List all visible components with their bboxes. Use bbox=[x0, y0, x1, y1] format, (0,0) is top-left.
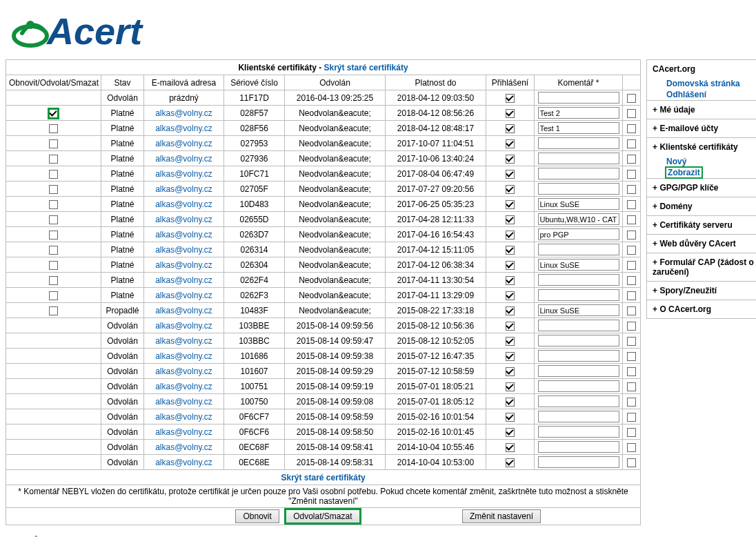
login-checkbox[interactable] bbox=[506, 139, 515, 148]
extra-checkbox[interactable] bbox=[627, 291, 636, 300]
email-link[interactable]: alkas@volny.cz bbox=[155, 124, 212, 133]
extra-checkbox[interactable] bbox=[627, 170, 636, 179]
comment-input[interactable] bbox=[538, 228, 619, 240]
email-link[interactable]: alkas@volny.cz bbox=[155, 199, 212, 209]
login-checkbox[interactable] bbox=[506, 200, 515, 209]
revoke-button[interactable]: Odvolat/Smazat bbox=[286, 509, 359, 523]
sidebar-title[interactable]: + Klientské certifikáty bbox=[647, 138, 756, 156]
login-checkbox[interactable] bbox=[506, 276, 515, 285]
comment-input[interactable] bbox=[538, 456, 619, 468]
extra-checkbox[interactable] bbox=[627, 443, 636, 452]
login-checkbox[interactable] bbox=[506, 109, 515, 118]
email-link[interactable]: alkas@volny.cz bbox=[155, 108, 212, 118]
login-checkbox[interactable] bbox=[506, 398, 515, 407]
email-link[interactable]: alkas@volny.cz bbox=[155, 154, 212, 164]
select-checkbox[interactable] bbox=[49, 215, 58, 224]
comment-input[interactable] bbox=[538, 274, 619, 286]
login-checkbox[interactable] bbox=[506, 94, 515, 103]
sidebar-title[interactable]: + Mé údaje bbox=[647, 101, 756, 119]
select-checkbox[interactable] bbox=[49, 231, 58, 240]
extra-checkbox[interactable] bbox=[627, 398, 636, 407]
login-checkbox[interactable] bbox=[506, 155, 515, 164]
login-checkbox[interactable] bbox=[506, 367, 515, 376]
extra-checkbox[interactable] bbox=[627, 306, 636, 315]
email-link[interactable]: alkas@volny.cz bbox=[155, 230, 212, 240]
extra-checkbox[interactable] bbox=[627, 215, 636, 224]
login-checkbox[interactable] bbox=[506, 215, 515, 224]
sidebar-title[interactable]: CAcert.org bbox=[647, 60, 756, 78]
sidebar-link[interactable]: Odhlášení bbox=[647, 89, 756, 100]
select-checkbox[interactable] bbox=[49, 276, 58, 285]
extra-checkbox[interactable] bbox=[627, 185, 636, 194]
login-checkbox[interactable] bbox=[506, 185, 515, 194]
comment-input[interactable] bbox=[538, 213, 619, 225]
comment-input[interactable] bbox=[538, 153, 619, 164]
select-checkbox[interactable] bbox=[49, 124, 58, 133]
sidebar-title[interactable]: + GPG/PGP klíče bbox=[647, 179, 756, 197]
sidebar-link[interactable]: Domovská stránka bbox=[647, 78, 756, 89]
email-link[interactable]: alkas@volny.cz bbox=[155, 442, 212, 452]
email-link[interactable]: alkas@volny.cz bbox=[155, 427, 212, 437]
sidebar-link[interactable]: Zobrazit bbox=[647, 167, 756, 178]
comment-input[interactable] bbox=[538, 320, 619, 331]
login-checkbox[interactable] bbox=[506, 352, 515, 361]
email-link[interactable]: alkas@volny.cz bbox=[155, 275, 212, 285]
comment-input[interactable] bbox=[538, 259, 619, 271]
extra-checkbox[interactable] bbox=[627, 322, 636, 331]
email-link[interactable]: alkas@volny.cz bbox=[155, 382, 212, 391]
login-checkbox[interactable] bbox=[506, 337, 515, 346]
sidebar-title[interactable]: + O CAcert.org bbox=[647, 300, 756, 318]
email-link[interactable]: alkas@volny.cz bbox=[155, 215, 212, 224]
email-link[interactable]: alkas@volny.cz bbox=[155, 367, 212, 376]
extra-checkbox[interactable] bbox=[627, 200, 636, 209]
login-checkbox[interactable] bbox=[506, 246, 515, 255]
sidebar-title[interactable]: + Spory/Zneužití bbox=[647, 282, 756, 300]
email-link[interactable]: alkas@volny.cz bbox=[155, 336, 212, 346]
email-link[interactable]: alkas@volny.cz bbox=[155, 321, 212, 331]
extra-checkbox[interactable] bbox=[627, 124, 636, 133]
extra-checkbox[interactable] bbox=[627, 246, 636, 255]
comment-input[interactable] bbox=[538, 396, 619, 407]
comment-input[interactable] bbox=[538, 365, 619, 377]
comment-input[interactable] bbox=[538, 441, 619, 453]
extra-checkbox[interactable] bbox=[627, 428, 636, 437]
comment-input[interactable] bbox=[538, 122, 619, 134]
comment-input[interactable] bbox=[538, 244, 619, 255]
renew-button[interactable]: Obnovit bbox=[235, 509, 279, 523]
comment-input[interactable] bbox=[538, 168, 619, 179]
email-link[interactable]: alkas@volny.cz bbox=[155, 458, 212, 467]
email-link[interactable]: alkas@volny.cz bbox=[155, 412, 212, 422]
login-checkbox[interactable] bbox=[506, 428, 515, 437]
extra-checkbox[interactable] bbox=[627, 382, 636, 391]
email-link[interactable]: alkas@volny.cz bbox=[155, 245, 212, 255]
comment-input[interactable] bbox=[538, 107, 619, 119]
extra-checkbox[interactable] bbox=[627, 109, 636, 118]
extra-checkbox[interactable] bbox=[627, 458, 636, 467]
comment-input[interactable] bbox=[538, 289, 619, 301]
sidebar-title[interactable]: + Domény bbox=[647, 197, 756, 215]
login-checkbox[interactable] bbox=[506, 413, 515, 422]
change-settings-button[interactable]: Změnit nastavení bbox=[462, 509, 541, 523]
select-checkbox[interactable] bbox=[49, 185, 58, 194]
comment-input[interactable] bbox=[538, 411, 619, 422]
sidebar-title[interactable]: + Web důvěry CAcert bbox=[647, 235, 756, 253]
extra-checkbox[interactable] bbox=[627, 413, 636, 422]
login-checkbox[interactable] bbox=[506, 306, 515, 315]
sidebar-title[interactable]: + Formulář CAP (žádost o zaručení) bbox=[647, 253, 756, 281]
extra-checkbox[interactable] bbox=[627, 337, 636, 346]
email-link[interactable]: alkas@volny.cz bbox=[155, 291, 212, 300]
login-checkbox[interactable] bbox=[506, 291, 515, 300]
hide-old-link-bottom[interactable]: Skrýt staré certifikáty bbox=[281, 473, 365, 482]
login-checkbox[interactable] bbox=[506, 124, 515, 133]
extra-checkbox[interactable] bbox=[627, 155, 636, 164]
select-checkbox[interactable] bbox=[49, 246, 58, 255]
extra-checkbox[interactable] bbox=[627, 231, 636, 240]
comment-input[interactable] bbox=[538, 426, 619, 438]
sidebar-title[interactable]: + Certifikáty serveru bbox=[647, 216, 756, 234]
login-checkbox[interactable] bbox=[506, 382, 515, 391]
email-link[interactable]: alkas@volny.cz bbox=[155, 306, 212, 315]
login-checkbox[interactable] bbox=[506, 458, 515, 467]
extra-checkbox[interactable] bbox=[627, 276, 636, 285]
login-checkbox[interactable] bbox=[506, 443, 515, 452]
comment-input[interactable] bbox=[538, 92, 619, 104]
